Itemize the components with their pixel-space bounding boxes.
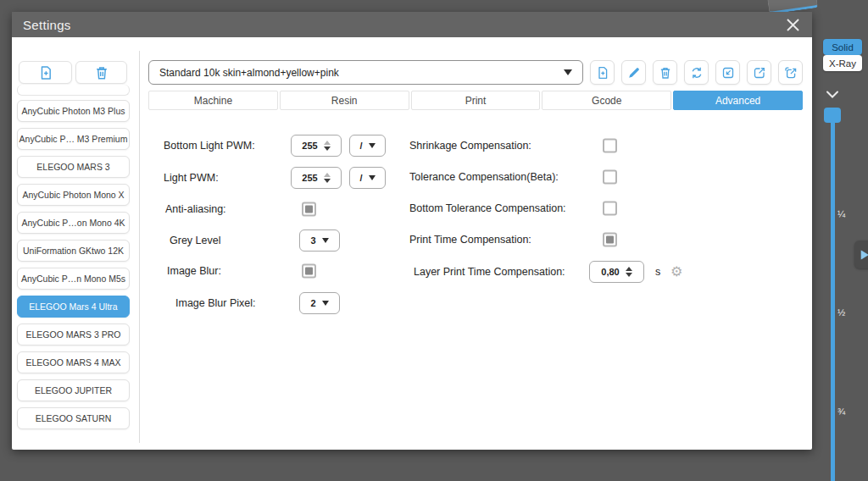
field-label: Shrinkage Compensation: [409, 140, 531, 152]
tab-print[interactable]: Print [411, 91, 541, 110]
import-profile-button[interactable] [715, 60, 740, 85]
edit-profile-button[interactable] [621, 60, 646, 85]
dialog-title: Settings [23, 18, 71, 32]
field-label: Print Time Compensation: [409, 234, 531, 246]
pencil-icon [627, 66, 641, 80]
export-profile-button[interactable] [747, 60, 771, 85]
layer-print-time-spinner[interactable]: 0,80 [589, 261, 644, 283]
seconds-unit-label: s [655, 266, 660, 278]
trash-icon [94, 65, 109, 80]
spinner-value: 0,80 [601, 267, 619, 277]
close-button[interactable] [784, 16, 801, 33]
refresh-icon [690, 66, 704, 80]
add-printer-button[interactable] [19, 61, 72, 84]
profile-toolbar [590, 60, 803, 85]
row-print-time-compensation: Print Time Compensation: [12, 229, 812, 251]
layer-slider-track[interactable] [831, 121, 835, 481]
field-label: Bottom Tolerance Compensation: [409, 202, 566, 214]
view-mode-xray-button[interactable]: X-Ray [823, 55, 862, 71]
dropdown-value: 2 [310, 298, 315, 308]
tab-machine[interactable]: Machine [148, 91, 278, 110]
chevron-down-icon [564, 69, 572, 75]
chevron-down-icon [825, 89, 840, 100]
chevron-down-icon [322, 301, 329, 306]
row-layer-print-time-compensation: Layer Print Time Compensation: 0,80 s ⚙ [12, 261, 812, 283]
tab-gcode[interactable]: Gcode [542, 91, 671, 110]
spinner-arrows-icon[interactable] [626, 267, 632, 277]
add-profile-button[interactable] [590, 60, 615, 85]
close-icon [785, 17, 801, 33]
row-image-blur-pixel: Image Blur Pixel: 2 [12, 292, 812, 314]
printer-item-partial[interactable] [17, 85, 130, 96]
delete-profile-button[interactable] [653, 60, 677, 85]
tab-resin[interactable]: Resin [280, 91, 409, 110]
image-blur-pixel-dropdown[interactable]: 2 [299, 292, 340, 314]
print-time-compensation-checkbox[interactable] [603, 233, 617, 247]
play-button[interactable] [854, 240, 868, 268]
tab-advanced[interactable]: Advanced [673, 91, 803, 110]
field-label: Image Blur Pixel: [175, 297, 255, 309]
slider-half-label: ½ [837, 307, 845, 318]
tolerance-compensation-checkbox[interactable] [603, 170, 617, 185]
dialog-titlebar: Settings [12, 12, 812, 37]
delete-printer-button[interactable] [75, 61, 127, 84]
export-copy-profile-button[interactable] [778, 60, 803, 85]
printer-item[interactable]: ELEGOO SATURN [17, 407, 130, 429]
gear-icon[interactable]: ⚙ [670, 265, 682, 279]
bottom-tolerance-compensation-checkbox[interactable] [603, 202, 617, 216]
play-icon [860, 249, 868, 261]
printer-item[interactable]: AnyCubic Photon M3 Plus [17, 100, 130, 122]
profile-dropdown[interactable]: Standard 10k skin+almond+yellow+pink [148, 60, 583, 85]
box-arrow-in-icon [721, 66, 735, 80]
trash-icon [659, 66, 672, 80]
printer-item[interactable]: ELEGOO MARS 4 MAX [17, 351, 130, 373]
field-label: Layer Print Time Compensation: [414, 266, 565, 278]
settings-tabbar: Machine Resin Print Gcode Advanced [148, 91, 803, 110]
box-arrow-out-icon [753, 66, 766, 80]
field-label: Tolerance Compensation(Beta): [409, 171, 559, 183]
slider-three-quarter-label: ¾ [837, 406, 845, 417]
slider-quarter-label: ¼ [837, 209, 845, 219]
collapse-panel-button[interactable] [825, 88, 840, 103]
printer-item[interactable]: ELEGOO MARS 3 PRO [17, 323, 130, 346]
row-shrinkage-compensation: Shrinkage Compensation: [12, 135, 812, 157]
profile-dropdown-value: Standard 10k skin+almond+yellow+pink [159, 67, 339, 79]
add-file-icon [38, 65, 53, 80]
box-arrow-out-copy-icon [784, 66, 798, 80]
view-mode-solid-button[interactable]: Solid [823, 39, 862, 55]
add-file-icon [596, 66, 609, 80]
settings-dialog: Settings AnyCubic Photon M3 Plus AnyCubi… [12, 12, 812, 450]
printer-item[interactable]: ELEGOO JUPITER [17, 379, 130, 401]
refresh-profile-button[interactable] [684, 60, 709, 85]
shrinkage-compensation-checkbox[interactable] [603, 139, 617, 153]
row-tolerance-compensation: Tolerance Compensation(Beta): [12, 166, 812, 188]
row-bottom-tolerance-compensation: Bottom Tolerance Compensation: [12, 197, 812, 219]
